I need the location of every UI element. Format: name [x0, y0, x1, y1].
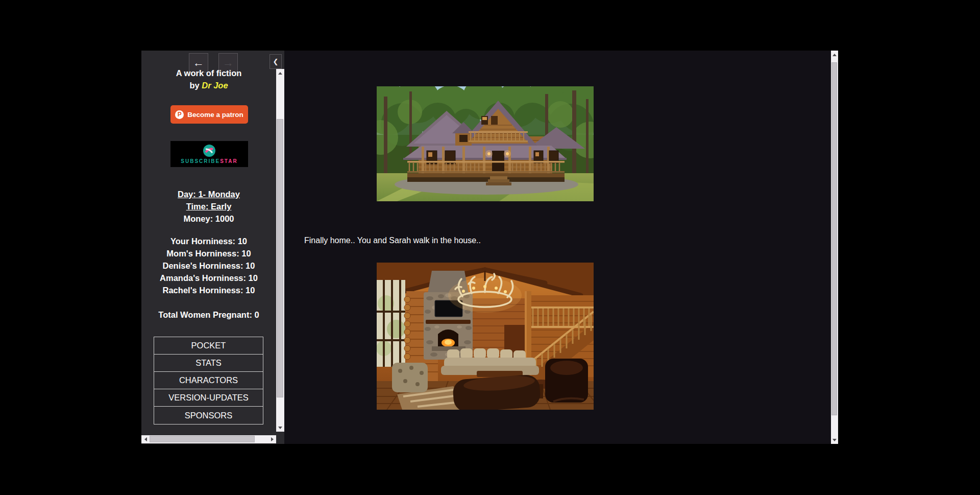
sidebar-hscrollbar-thumb[interactable]	[150, 436, 255, 442]
patreon-button[interactable]: P Become a patron	[170, 105, 248, 124]
patreon-label: Become a patron	[187, 111, 243, 119]
subscribestar-icon	[203, 144, 216, 157]
sidebar-horizontal-scrollbar[interactable]	[141, 435, 276, 443]
stat-mom-horniness: Mom's Horniness: 10	[141, 247, 276, 260]
stat-day: Day: 1- Monday	[141, 188, 276, 200]
time-stats-block: Day: 1- Monday Time: Early Money: 1000	[141, 188, 276, 225]
menu-item-sponsors[interactable]: SPONSORS	[154, 407, 263, 424]
menu-item-pocket[interactable]: POCKET	[154, 337, 263, 355]
subscribestar-link[interactable]: SUBSCRIBESTAR	[170, 141, 248, 167]
triangle-up-icon	[832, 54, 837, 56]
author-name: Dr Joe	[202, 81, 228, 90]
horniness-stats-block: Your Horniness: 10 Mom's Horniness: 10 D…	[141, 235, 276, 296]
sidebar-vertical-scrollbar[interactable]	[276, 69, 284, 432]
sidebar: ← → ❮ A work of fiction by Dr Joe P Beco…	[141, 51, 284, 444]
log-cabin-exterior-image	[377, 86, 594, 201]
stat-money: Money: 1000	[141, 213, 276, 225]
game-window: ← → ❮ A work of fiction by Dr Joe P Beco…	[141, 51, 838, 444]
menu-item-charactors[interactable]: CHARACTORS	[154, 372, 263, 389]
triangle-down-icon	[832, 439, 837, 441]
story-text: Finally home.. You and Sarah walk in the…	[304, 235, 481, 246]
story-byline: by Dr Joe	[141, 79, 276, 91]
menu-item-version-updates[interactable]: VERSION-UPDATES	[154, 389, 263, 407]
page-vertical-scrollbar[interactable]	[831, 51, 838, 444]
chevron-left-icon: ❮	[273, 58, 279, 65]
passage-area: Finally home.. You and Sarah walk in the…	[284, 51, 831, 444]
page-scroll-down-button[interactable]	[831, 436, 838, 444]
story-title: A work of fiction	[141, 67, 276, 79]
triangle-left-icon	[144, 437, 147, 441]
stat-rachel-horniness: Rachel's Horniness: 10	[141, 284, 276, 296]
sidebar-scrollbar-thumb[interactable]	[277, 119, 283, 397]
menu-item-stats[interactable]: STATS	[154, 355, 263, 372]
page-scrollbar-thumb[interactable]	[831, 62, 837, 415]
triangle-up-icon	[278, 72, 282, 75]
log-cabin-interior-image	[377, 263, 594, 410]
story-title-block: A work of fiction by Dr Joe	[141, 67, 276, 91]
patreon-icon: P	[175, 110, 184, 119]
sidebar-menu: POCKET STATS CHARACTORS VERSION-UPDATES …	[154, 337, 263, 425]
stat-pregnant: Total Women Pregnant: 0	[141, 309, 276, 321]
sidebar-scroll-right-button[interactable]	[268, 435, 276, 443]
page-scroll-up-button[interactable]	[831, 51, 838, 59]
triangle-down-icon	[278, 427, 282, 429]
subscribestar-wordmark: SUBSCRIBESTAR	[181, 158, 237, 164]
sidebar-scroll-left-button[interactable]	[141, 435, 150, 443]
stat-time: Time: Early	[141, 200, 276, 213]
stat-amanda-horniness: Amanda's Horniness: 10	[141, 272, 276, 284]
pregnancy-stat-block: Total Women Pregnant: 0	[141, 309, 276, 321]
sidebar-scroll-down-button[interactable]	[276, 423, 284, 432]
triangle-right-icon	[271, 437, 274, 441]
stat-denise-horniness: Denise's Horniness: 10	[141, 260, 276, 272]
stat-your-horniness: Your Horniness: 10	[141, 235, 276, 247]
sidebar-scroll-up-button[interactable]	[276, 69, 284, 77]
